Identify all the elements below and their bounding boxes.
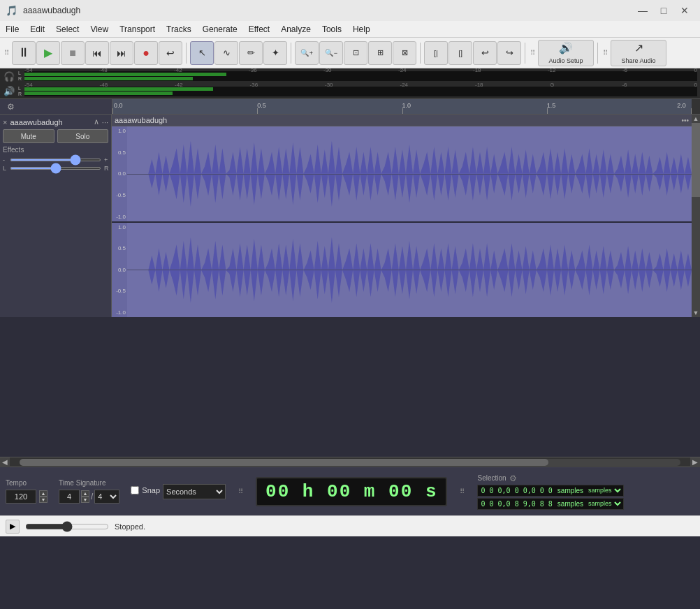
- menu-tracks[interactable]: Tracks: [161, 21, 197, 37]
- menu-file[interactable]: File: [0, 21, 24, 37]
- track-header-bar: aaaawubadugh •••: [112, 115, 692, 126]
- snap-checkbox[interactable]: [131, 486, 139, 494]
- timeline-ticks: 0.0 0.5 1.0 1.5 2.0: [112, 99, 692, 114]
- zoom-sel-button[interactable]: ⊡: [344, 41, 367, 65]
- vscroll-thumb[interactable]: [692, 123, 700, 197]
- meter-row-2: 🔊 LR -54-48-42-36-30-24-18⊙-60: [0, 84, 700, 99]
- track-header-menu[interactable]: •••: [681, 117, 689, 124]
- status-play-button[interactable]: ▶: [6, 520, 20, 534]
- pause-button[interactable]: ⏸: [12, 41, 36, 65]
- tempo-section: Tempo ▲ ▼: [6, 479, 48, 504]
- vscroll-down-arrow[interactable]: ▼: [692, 309, 700, 317]
- waveform-channel-bottom[interactable]: 1.0 0.5 0.0 -0.5 -1.0: [112, 223, 692, 318]
- tick-0: 0.0: [112, 102, 123, 109]
- trim-left-button[interactable]: [|: [424, 41, 448, 65]
- tick-1-5: 1.5: [547, 102, 556, 109]
- timeline-gear[interactable]: ⚙: [0, 99, 21, 114]
- hscroll-right-arrow[interactable]: ▶: [690, 457, 700, 467]
- center-line-bottom: [127, 270, 692, 270]
- menu-tools[interactable]: Tools: [316, 21, 347, 37]
- time-sig-num-down[interactable]: ▼: [81, 497, 89, 503]
- vscroll-up-arrow[interactable]: ▲: [692, 115, 700, 123]
- multi-tool-button[interactable]: ✦: [263, 41, 287, 65]
- snap-dropdown[interactable]: Seconds Beats Bars: [163, 484, 226, 499]
- label-neg-0-5-top: -0.5: [112, 192, 127, 198]
- minimize-button[interactable]: —: [633, 3, 652, 18]
- tempo-up[interactable]: ▲: [39, 490, 48, 497]
- menu-edit[interactable]: Edit: [24, 21, 50, 37]
- time-sig-num[interactable]: [59, 490, 80, 504]
- toolbar-sep-2: [291, 43, 291, 64]
- hscroll-track[interactable]: [20, 459, 680, 466]
- record-button[interactable]: ●: [134, 41, 158, 65]
- audio-setup-button[interactable]: 🔊 Audio Setup: [538, 40, 594, 66]
- track-menu-button[interactable]: ···: [102, 118, 108, 126]
- menu-analyze[interactable]: Analyze: [275, 21, 316, 37]
- hscroll-left-arrow[interactable]: ◀: [0, 457, 10, 467]
- label-0-0-bot: 0.0: [112, 267, 127, 273]
- sel-unit-dropdown-1[interactable]: samples: [585, 486, 623, 494]
- vscroll-track[interactable]: [692, 123, 700, 309]
- selection-gear-icon[interactable]: ⚙: [509, 474, 517, 483]
- mute-button[interactable]: Mute: [3, 129, 54, 143]
- skip-back-button[interactable]: ⏮: [85, 41, 109, 65]
- pan-slider[interactable]: [10, 167, 101, 170]
- trim-right-button[interactable]: |]: [449, 41, 472, 65]
- time-sig-den[interactable]: 4 8 16: [94, 490, 119, 504]
- draw-tool-button[interactable]: ✏: [239, 41, 263, 65]
- close-button[interactable]: ✕: [675, 3, 694, 18]
- track-collapse-button[interactable]: ∧: [94, 117, 99, 126]
- vertical-scrollbar[interactable]: ▲ ▼: [692, 115, 700, 317]
- menu-help[interactable]: Help: [347, 21, 376, 37]
- label-neg-0-5-bot: -0.5: [112, 288, 127, 294]
- tempo-input[interactable]: [6, 490, 36, 504]
- status-bar: ▶ Stopped.: [0, 515, 700, 536]
- select-tool-button[interactable]: ↖: [190, 41, 214, 65]
- menu-transport[interactable]: Transport: [114, 21, 161, 37]
- waveform-channel-top[interactable]: 1.0 0.5 0.0 -0.5 -1.0: [112, 126, 692, 223]
- label-1-0-bot: 1.0: [112, 224, 127, 230]
- time-sig-num-up[interactable]: ▲: [81, 490, 89, 497]
- zoom-fit-button[interactable]: ⊞: [368, 41, 392, 65]
- bottom-bar: Tempo ▲ ▼ Time Signature ▲ ▼ / 4 8 16: [0, 467, 700, 515]
- toolbar-sep-3: [420, 43, 421, 64]
- stop-button[interactable]: ■: [61, 41, 85, 65]
- zoom-in-button[interactable]: 🔍+: [295, 41, 319, 65]
- envelope-tool-button[interactable]: ∿: [214, 41, 238, 65]
- undo-button[interactable]: ↩: [473, 41, 497, 65]
- titlebar-controls: — □ ✕: [633, 3, 694, 18]
- selection-label: Selection: [477, 474, 506, 482]
- hscroll-thumb[interactable]: [20, 459, 548, 466]
- horizontal-scrollbar[interactable]: ◀ ▶: [0, 457, 700, 467]
- sel-unit-dropdown-2[interactable]: samples: [585, 499, 623, 508]
- solo-button[interactable]: Solo: [57, 129, 109, 143]
- zoom-tog-button[interactable]: ⊠: [393, 41, 416, 65]
- play-button[interactable]: ▶: [36, 41, 60, 65]
- snap-label: Snap: [142, 486, 160, 494]
- speaker-icon: 🔊: [3, 86, 15, 96]
- menu-generate[interactable]: Generate: [197, 21, 243, 37]
- loop-button[interactable]: ↩: [159, 41, 182, 65]
- snap-section: Snap Seconds Beats Bars: [131, 484, 226, 499]
- bottom-drag-handle: ⠿: [237, 487, 245, 495]
- share-audio-button[interactable]: ↗ Share Audio: [611, 40, 666, 66]
- menu-select[interactable]: Select: [50, 21, 85, 37]
- redo-button[interactable]: ↪: [497, 41, 521, 65]
- time-sig-inputs: ▲ ▼ / 4 8 16: [59, 490, 119, 504]
- timeline-ruler: ⚙ 0.0 0.5 1.0 1.5 2.0: [0, 99, 700, 115]
- label-0-0-top: 0.0: [112, 170, 127, 177]
- empty-area: [0, 317, 700, 457]
- menu-view[interactable]: View: [85, 21, 114, 37]
- zoom-out-button[interactable]: 🔍−: [319, 41, 343, 65]
- skip-fwd-button[interactable]: ⏭: [110, 41, 133, 65]
- tick-2-0: 2.0: [677, 102, 686, 109]
- menu-effect[interactable]: Effect: [243, 21, 275, 37]
- volume-slider[interactable]: [10, 159, 101, 161]
- maximize-button[interactable]: □: [654, 3, 673, 18]
- track-close-button[interactable]: ×: [3, 118, 7, 126]
- tempo-down[interactable]: ▼: [39, 497, 48, 503]
- status-volume-slider[interactable]: [25, 521, 109, 532]
- toolbar: ⠿ ⏸ ▶ ■ ⏮ ⏭ ● ↩ ↖ ∿ ✏ ✦ 🔍+ 🔍− ⊡ ⊞ ⊠ [| |…: [0, 38, 700, 68]
- transport-controls: ⏸ ▶ ■ ⏮ ⏭ ● ↩: [12, 41, 182, 65]
- pan-r-label: R: [104, 165, 108, 172]
